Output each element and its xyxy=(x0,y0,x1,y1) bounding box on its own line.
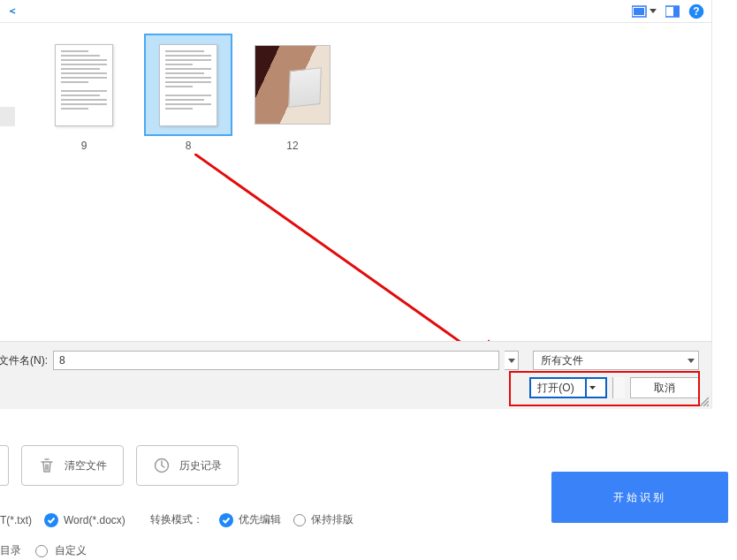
start-recognition-label: 开始识别 xyxy=(613,490,666,505)
filename-dropdown-icon[interactable] xyxy=(505,351,519,370)
txt-option-label: T(*.txt) xyxy=(0,514,32,526)
word-option-label: Word(*.docx) xyxy=(64,514,125,526)
check-icon xyxy=(219,513,233,527)
convert-mode-label: 转换模式： xyxy=(150,512,203,527)
dialog-toolbar: ＜ ? xyxy=(0,0,711,23)
thumbnail-label: 12 xyxy=(250,140,335,152)
filename-input[interactable] xyxy=(53,351,499,370)
document-icon xyxy=(159,44,217,126)
file-open-dialog: ＜ ? xyxy=(0,0,712,409)
file-thumbnail[interactable]: 9 xyxy=(42,35,126,152)
clock-icon xyxy=(153,457,171,474)
dialog-title-glyph: ＜ xyxy=(7,4,18,19)
filename-label: 文件名(N): xyxy=(0,353,48,368)
keep-layout-label: 保持排版 xyxy=(311,512,353,527)
start-recognition-button[interactable]: 开始识别 xyxy=(551,472,728,523)
radio-icon xyxy=(293,514,306,526)
open-split-dropdown[interactable] xyxy=(585,379,599,397)
chevron-down-icon xyxy=(688,359,695,363)
thumbnail-label: 9 xyxy=(42,140,126,152)
resize-grip-icon[interactable] xyxy=(698,396,709,406)
document-icon xyxy=(55,44,113,126)
prefer-edit-checkbox[interactable]: 优先编辑 xyxy=(219,512,281,527)
dialog-body: 9 8 12 xyxy=(0,23,711,341)
directory-label: 目录 xyxy=(0,543,21,558)
app-panel: 清空文件 历史记录 T(*.txt) Word(*.docx) 转换模式： 优先… xyxy=(0,426,737,558)
preview-pane-icon[interactable] xyxy=(665,5,680,18)
keep-layout-radio[interactable]: 保持排版 xyxy=(293,512,353,527)
clear-files-button[interactable]: 清空文件 xyxy=(21,445,124,486)
view-mode-dropdown-icon[interactable] xyxy=(632,5,657,18)
cancel-button-label: 取消 xyxy=(654,381,675,396)
custom-label: 自定义 xyxy=(55,543,87,558)
open-button[interactable]: 打开(O) xyxy=(529,377,607,398)
button-separator xyxy=(612,377,625,398)
nav-pane-stub xyxy=(0,107,15,126)
word-checkbox[interactable]: Word(*.docx) xyxy=(44,513,125,527)
filetype-value: 所有文件 xyxy=(541,353,583,368)
help-icon[interactable]: ? xyxy=(688,4,704,19)
filetype-select[interactable]: 所有文件 xyxy=(533,351,699,370)
svg-text:?: ? xyxy=(693,5,699,18)
prefer-edit-label: 优先编辑 xyxy=(239,512,281,527)
dialog-footer: 文件名(N): 所有文件 打开(O) 取消 xyxy=(0,341,711,409)
custom-radio[interactable]: 自定义 xyxy=(35,543,87,558)
photo-icon xyxy=(255,45,331,125)
clear-files-label: 清空文件 xyxy=(65,458,107,473)
panel-edge xyxy=(0,445,9,486)
thumbnail-area: 9 8 12 xyxy=(15,23,711,341)
trash-icon xyxy=(38,457,56,474)
radio-icon xyxy=(35,545,48,557)
file-thumbnail-selected[interactable]: 8 xyxy=(146,35,231,152)
check-icon xyxy=(44,513,58,527)
history-button[interactable]: 历史记录 xyxy=(136,445,239,486)
svg-rect-1 xyxy=(634,8,644,15)
open-button-label: 打开(O) xyxy=(537,381,574,396)
svg-rect-3 xyxy=(673,6,680,17)
cancel-button[interactable]: 取消 xyxy=(630,377,699,398)
file-thumbnail[interactable]: 12 xyxy=(250,35,335,152)
thumbnail-label: 8 xyxy=(146,140,231,152)
history-label: 历史记录 xyxy=(179,458,222,473)
